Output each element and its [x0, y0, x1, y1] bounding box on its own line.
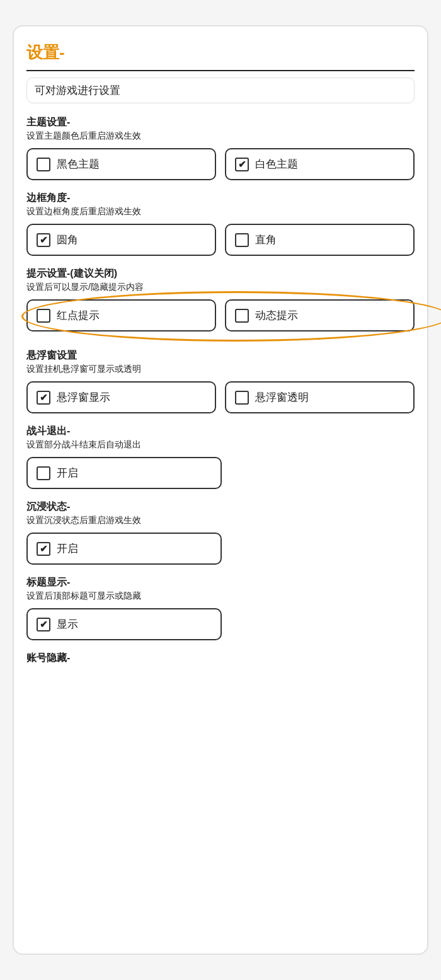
settings-container: 设置- 可对游戏进行设置 主题设置-设置主题颜色后重启游戏生效黑色主题白色主题边…: [13, 25, 428, 955]
section-battle: 战斗退出-设置部分战斗结束后自动退出开启: [26, 425, 415, 489]
section-hint: 提示设置-(建议关闭)设置后可以显示/隐藏提示内容红点提示动态提示: [26, 267, 415, 338]
page-title: 设置-: [26, 42, 415, 64]
options-row-title_display: 显示: [26, 608, 415, 640]
option-label-float-0: 悬浮窗显示: [57, 390, 110, 405]
checkbox-border-1[interactable]: [235, 233, 249, 247]
option-hint-1[interactable]: 动态提示: [225, 299, 415, 331]
checkbox-title_display-0[interactable]: [37, 618, 50, 631]
checkbox-theme-0[interactable]: [37, 158, 50, 171]
section-title-border: 边框角度-: [26, 192, 415, 205]
option-theme-0[interactable]: 黑色主题: [26, 148, 216, 180]
option-immersive-0[interactable]: 开启: [26, 533, 222, 565]
checkbox-theme-1[interactable]: [235, 158, 249, 171]
options-row-float: 悬浮窗显示悬浮窗透明: [26, 381, 415, 413]
checkbox-hint-0[interactable]: [37, 309, 50, 323]
section-desc-immersive: 设置沉浸状态后重启游戏生效: [26, 515, 415, 526]
section-title-battle: 战斗退出-: [26, 425, 415, 438]
option-label-theme-0: 黑色主题: [57, 157, 100, 171]
option-float-0[interactable]: 悬浮窗显示: [26, 381, 216, 413]
option-label-hint-0: 红点提示: [57, 308, 100, 323]
option-label-battle-0: 开启: [57, 466, 78, 480]
checkbox-border-0[interactable]: [37, 233, 50, 247]
section-title-immersive: 沉浸状态-: [26, 500, 415, 514]
options-row-hint: 红点提示动态提示: [26, 299, 415, 331]
option-battle-0[interactable]: 开启: [26, 457, 222, 489]
section-title_display: 标题显示-设置后顶部标题可显示或隐藏显示: [26, 576, 415, 640]
section-desc-border: 设置边框角度后重启游戏生效: [26, 206, 415, 217]
options-row-battle: 开启: [26, 457, 415, 489]
checkbox-float-0[interactable]: [37, 391, 50, 405]
options-row-theme: 黑色主题白色主题: [26, 148, 415, 180]
option-border-1[interactable]: 直角: [225, 224, 415, 256]
checkbox-immersive-0[interactable]: [37, 542, 50, 556]
option-label-title_display-0: 显示: [57, 617, 78, 631]
section-desc-float: 设置挂机悬浮窗可显示或透明: [26, 364, 415, 375]
option-float-1[interactable]: 悬浮窗透明: [225, 381, 415, 413]
option-theme-1[interactable]: 白色主题: [225, 148, 415, 180]
section-float: 悬浮窗设置设置挂机悬浮窗可显示或透明悬浮窗显示悬浮窗透明: [26, 349, 415, 413]
section-border: 边框角度-设置边框角度后重启游戏生效圆角直角: [26, 192, 415, 256]
title-divider: [26, 70, 415, 71]
checkbox-hint-1[interactable]: [235, 309, 249, 323]
section-title-float: 悬浮窗设置: [26, 349, 415, 362]
section-desc-theme: 设置主题颜色后重启游戏生效: [26, 130, 415, 142]
section-desc-title_display: 设置后顶部标题可显示或隐藏: [26, 591, 415, 602]
section-title-hint: 提示设置-(建议关闭): [26, 267, 415, 280]
option-label-immersive-0: 开启: [57, 541, 78, 556]
page-subtitle: 可对游戏进行设置: [26, 78, 415, 103]
checkbox-battle-0[interactable]: [37, 466, 50, 480]
sections-container: 主题设置-设置主题颜色后重启游戏生效黑色主题白色主题边框角度-设置边框角度后重启…: [26, 116, 415, 676]
section-immersive: 沉浸状态-设置沉浸状态后重启游戏生效开启: [26, 500, 415, 565]
option-hint-0[interactable]: 红点提示: [26, 299, 216, 331]
section-title-title_display: 标题显示-: [26, 576, 415, 589]
section-title-theme: 主题设置-: [26, 116, 415, 129]
section-desc-battle: 设置部分战斗结束后自动退出: [26, 439, 415, 451]
option-title_display-0[interactable]: 显示: [26, 608, 222, 640]
option-label-border-0: 圆角: [57, 233, 78, 247]
section-desc-hint: 设置后可以显示/隐藏提示内容: [26, 282, 415, 293]
option-label-float-1: 悬浮窗透明: [255, 390, 309, 405]
option-label-border-1: 直角: [255, 233, 277, 247]
option-label-theme-1: 白色主题: [255, 157, 298, 171]
option-border-0[interactable]: 圆角: [26, 224, 216, 256]
section-account: 账号隐藏-: [26, 652, 415, 665]
option-label-hint-1: 动态提示: [255, 308, 298, 323]
options-row-immersive: 开启: [26, 533, 415, 565]
checkbox-float-1[interactable]: [235, 391, 249, 405]
section-title-account: 账号隐藏-: [26, 652, 415, 665]
options-row-border: 圆角直角: [26, 224, 415, 256]
section-theme: 主题设置-设置主题颜色后重启游戏生效黑色主题白色主题: [26, 116, 415, 180]
